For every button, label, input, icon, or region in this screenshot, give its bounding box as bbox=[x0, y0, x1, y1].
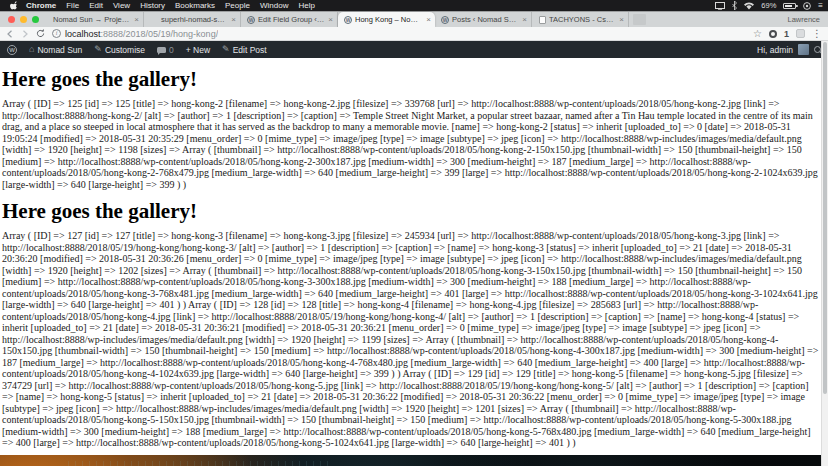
bookmark-star-icon[interactable]: ☆ bbox=[753, 29, 762, 39]
tab-close-icon[interactable]: × bbox=[619, 16, 624, 24]
comments-bubble-icon bbox=[157, 47, 166, 53]
tab-nomad-sun-project-guide[interactable]: Nomad Sun → Project Guide × bbox=[47, 12, 144, 27]
menubar-item-edit[interactable]: Edit bbox=[89, 1, 103, 10]
url-path: :8888/2018/05/19/hong-kong/ bbox=[101, 29, 219, 39]
wordpress-favicon: W bbox=[247, 16, 255, 24]
forward-icon[interactable] bbox=[21, 30, 29, 38]
tab-title: superhi-nomad-sun – Figma bbox=[161, 15, 228, 24]
url-host: localhost bbox=[65, 29, 101, 39]
wifi-icon[interactable] bbox=[744, 2, 754, 10]
tab-edit-field-group[interactable]: W Edit Field Group ‹ Nomad Su × bbox=[241, 12, 338, 27]
window-controls bbox=[0, 16, 47, 27]
adminbar-comments[interactable]: 0 bbox=[157, 45, 174, 55]
array-dump-1: Array ( [ID] => 125 [id] => 125 [title] … bbox=[2, 98, 819, 190]
scrollbar-thumb[interactable] bbox=[823, 42, 827, 394]
tab-close-icon[interactable]: × bbox=[134, 16, 139, 24]
chrome-menu-icon[interactable]: ⋮ bbox=[812, 29, 822, 39]
display-mirroring-icon[interactable] bbox=[715, 2, 725, 10]
wordpress-favicon: W bbox=[344, 16, 352, 24]
home-icon: ⌂ bbox=[29, 45, 34, 54]
adminbar-site-name[interactable]: ⌂ Nomad Sun bbox=[29, 45, 82, 55]
tab-close-icon[interactable]: × bbox=[328, 16, 333, 24]
edit-pencil-icon: ✎ bbox=[222, 45, 230, 54]
adminbar-edit-post[interactable]: ✎ Edit Post bbox=[222, 45, 267, 55]
notification-center-icon[interactable]: ≡ bbox=[818, 1, 822, 10]
new-label: + New bbox=[186, 45, 210, 55]
apple-menu-icon[interactable] bbox=[10, 1, 18, 10]
site-name-label: Nomad Sun bbox=[37, 45, 82, 55]
wordpress-logo-icon: W bbox=[7, 45, 17, 55]
page-content: Here goes the gallery! Array ( [ID] => 1… bbox=[0, 58, 828, 466]
tab-title: Nomad Sun → Project Guide bbox=[53, 15, 131, 24]
adminbar-new[interactable]: + New bbox=[186, 45, 210, 55]
menubar-item-help[interactable]: Help bbox=[298, 1, 314, 10]
battery-percentage: 69% bbox=[761, 1, 776, 10]
gallery-photo-hong-kong: THE CENTR bbox=[0, 455, 828, 466]
extension-icon-circle[interactable] bbox=[769, 30, 777, 38]
menubar-item-window[interactable]: Window bbox=[260, 1, 288, 10]
tab-title: Hong Kong – Nomad Sun bbox=[355, 15, 423, 24]
siri-icon[interactable] bbox=[803, 2, 811, 10]
menubar-item-file[interactable]: File bbox=[66, 1, 79, 10]
menubar-item-bookmarks[interactable]: Bookmarks bbox=[175, 1, 215, 10]
chrome-toolbar: i localhost:8888/2018/05/19/hong-kong/ ☆… bbox=[0, 27, 828, 41]
admin-avatar[interactable] bbox=[798, 44, 809, 55]
bluetooth-icon[interactable] bbox=[732, 1, 737, 10]
browser-avatar[interactable] bbox=[796, 29, 805, 38]
wordpress-favicon: W bbox=[441, 16, 449, 24]
back-icon[interactable] bbox=[6, 30, 14, 38]
close-window-button[interactable] bbox=[8, 16, 15, 23]
document-favicon bbox=[539, 16, 546, 24]
tab-title: Edit Field Group ‹ Nomad Su bbox=[258, 15, 325, 24]
macos-menubar: Chrome File Edit View History Bookmarks … bbox=[0, 0, 828, 11]
tab-hong-kong-active[interactable]: W Hong Kong – Nomad Sun × bbox=[338, 12, 435, 27]
tab-posts-nomad-sun[interactable]: W Posts ‹ Nomad Sun — WordP × bbox=[435, 12, 532, 27]
photo-building-windows bbox=[68, 461, 330, 466]
adminbar-customise[interactable]: ✎ Customise bbox=[94, 45, 145, 55]
extension-icon-one[interactable]: 1 bbox=[784, 29, 789, 39]
comment-count: 0 bbox=[169, 45, 174, 55]
tab-figma[interactable]: superhi-nomad-sun – Figma × bbox=[144, 12, 241, 27]
edit-post-label: Edit Post bbox=[233, 45, 267, 55]
tab-title: Posts ‹ Nomad Sun — WordP bbox=[452, 15, 519, 24]
url-text[interactable]: localhost:8888/2018/05/19/hong-kong/ bbox=[65, 29, 218, 39]
customise-pencil-icon: ✎ bbox=[94, 45, 102, 54]
battery-icon[interactable] bbox=[783, 3, 796, 9]
vertical-scrollbar[interactable] bbox=[821, 41, 828, 466]
page-info-icon[interactable]: i bbox=[52, 29, 61, 38]
menubar-item-history[interactable]: History bbox=[140, 1, 165, 10]
wp-logo-menu[interactable]: W bbox=[7, 45, 17, 55]
tab-close-icon[interactable]: × bbox=[426, 16, 431, 24]
tab-close-icon[interactable]: × bbox=[231, 16, 236, 24]
menubar-item-people[interactable]: People bbox=[225, 1, 250, 10]
gallery-heading-1: Here goes the gallery! bbox=[2, 67, 819, 92]
tab-title: TACHYONS - Css Toolkit bbox=[549, 15, 616, 24]
omnibox[interactable]: i localhost:8888/2018/05/19/hong-kong/ bbox=[52, 29, 746, 39]
figma-favicon bbox=[150, 16, 158, 24]
menubar-item-chrome[interactable]: Chrome bbox=[26, 1, 56, 10]
customise-label: Customise bbox=[105, 45, 145, 55]
minimize-window-button[interactable] bbox=[20, 16, 27, 23]
menubar-item-view[interactable]: View bbox=[113, 1, 130, 10]
tab-tachyons[interactable]: TACHYONS - Css Toolkit × bbox=[532, 12, 629, 27]
new-tab-button[interactable] bbox=[633, 14, 646, 25]
gallery-heading-2: Here goes the gallery! bbox=[2, 199, 819, 224]
refresh-icon[interactable] bbox=[36, 29, 45, 38]
search-icon[interactable] bbox=[814, 46, 821, 53]
wp-admin-bar: W ⌂ Nomad Sun ✎ Customise 0 + New ✎ Edit… bbox=[0, 41, 828, 58]
chrome-tabstrip: Nomad Sun → Project Guide × superhi-noma… bbox=[0, 11, 828, 27]
array-dump-2: Array ( [ID] => 127 [id] => 127 [title] … bbox=[2, 230, 819, 449]
zoom-window-button[interactable] bbox=[32, 16, 39, 23]
tab-close-icon[interactable]: × bbox=[522, 16, 527, 24]
adminbar-greeting[interactable]: Hi, admin bbox=[757, 45, 793, 55]
chrome-profile-name[interactable]: Lawrence bbox=[787, 15, 828, 27]
